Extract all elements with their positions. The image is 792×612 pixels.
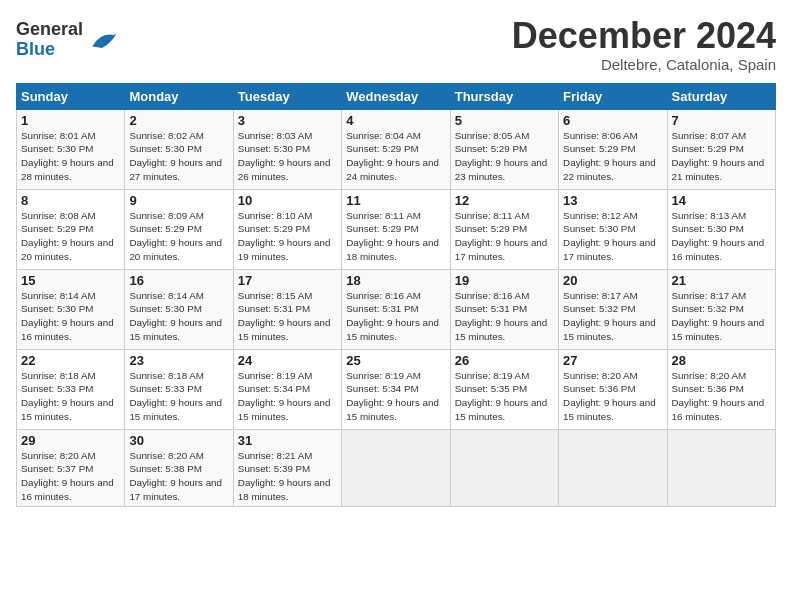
table-row: 5Sunrise: 8:05 AMSunset: 5:29 PMDaylight… [450,109,558,189]
logo-line1: General [16,19,83,39]
table-row: 25Sunrise: 8:19 AMSunset: 5:34 PMDayligh… [342,349,450,429]
table-row: 9Sunrise: 8:09 AMSunset: 5:29 PMDaylight… [125,189,233,269]
table-row: 27Sunrise: 8:20 AMSunset: 5:36 PMDayligh… [559,349,667,429]
logo-line2: Blue [16,39,55,59]
table-row: 18Sunrise: 8:16 AMSunset: 5:31 PMDayligh… [342,269,450,349]
logo-bird-icon [86,24,118,56]
calendar-table: Sunday Monday Tuesday Wednesday Thursday… [16,83,776,508]
weekday-header-row: Sunday Monday Tuesday Wednesday Thursday… [17,83,776,109]
table-row: 31Sunrise: 8:21 AMSunset: 5:39 PMDayligh… [233,429,341,507]
page-container: General Blue December 2024 Deltebre, Cat… [0,0,792,515]
logo-text: General Blue [16,20,83,60]
table-row: 12Sunrise: 8:11 AMSunset: 5:29 PMDayligh… [450,189,558,269]
table-row [559,429,667,507]
header-tuesday: Tuesday [233,83,341,109]
table-row: 15Sunrise: 8:14 AMSunset: 5:30 PMDayligh… [17,269,125,349]
table-row: 19Sunrise: 8:16 AMSunset: 5:31 PMDayligh… [450,269,558,349]
table-row: 3Sunrise: 8:03 AMSunset: 5:30 PMDaylight… [233,109,341,189]
table-row [667,429,775,507]
table-row: 22Sunrise: 8:18 AMSunset: 5:33 PMDayligh… [17,349,125,429]
table-row: 28Sunrise: 8:20 AMSunset: 5:36 PMDayligh… [667,349,775,429]
header-friday: Friday [559,83,667,109]
table-row: 20Sunrise: 8:17 AMSunset: 5:32 PMDayligh… [559,269,667,349]
table-row: 21Sunrise: 8:17 AMSunset: 5:32 PMDayligh… [667,269,775,349]
title-area: December 2024 Deltebre, Catalonia, Spain [512,16,776,73]
table-row: 11Sunrise: 8:11 AMSunset: 5:29 PMDayligh… [342,189,450,269]
table-row: 6Sunrise: 8:06 AMSunset: 5:29 PMDaylight… [559,109,667,189]
table-row: 1Sunrise: 8:01 AMSunset: 5:30 PMDaylight… [17,109,125,189]
table-row: 16Sunrise: 8:14 AMSunset: 5:30 PMDayligh… [125,269,233,349]
table-row: 17Sunrise: 8:15 AMSunset: 5:31 PMDayligh… [233,269,341,349]
table-row: 14Sunrise: 8:13 AMSunset: 5:30 PMDayligh… [667,189,775,269]
table-row [450,429,558,507]
table-row: 8Sunrise: 8:08 AMSunset: 5:29 PMDaylight… [17,189,125,269]
table-row: 4Sunrise: 8:04 AMSunset: 5:29 PMDaylight… [342,109,450,189]
table-row: 7Sunrise: 8:07 AMSunset: 5:29 PMDaylight… [667,109,775,189]
header-monday: Monday [125,83,233,109]
header-thursday: Thursday [450,83,558,109]
table-row: 30Sunrise: 8:20 AMSunset: 5:38 PMDayligh… [125,429,233,507]
header-wednesday: Wednesday [342,83,450,109]
location-text: Deltebre, Catalonia, Spain [512,56,776,73]
table-row: 29Sunrise: 8:20 AMSunset: 5:37 PMDayligh… [17,429,125,507]
table-row: 23Sunrise: 8:18 AMSunset: 5:33 PMDayligh… [125,349,233,429]
header-sunday: Sunday [17,83,125,109]
table-row: 10Sunrise: 8:10 AMSunset: 5:29 PMDayligh… [233,189,341,269]
table-row [342,429,450,507]
month-title: December 2024 [512,16,776,56]
table-row: 2Sunrise: 8:02 AMSunset: 5:30 PMDaylight… [125,109,233,189]
table-row: 26Sunrise: 8:19 AMSunset: 5:35 PMDayligh… [450,349,558,429]
table-row: 13Sunrise: 8:12 AMSunset: 5:30 PMDayligh… [559,189,667,269]
header: General Blue December 2024 Deltebre, Cat… [16,16,776,73]
table-row: 24Sunrise: 8:19 AMSunset: 5:34 PMDayligh… [233,349,341,429]
header-saturday: Saturday [667,83,775,109]
logo: General Blue [16,20,118,60]
